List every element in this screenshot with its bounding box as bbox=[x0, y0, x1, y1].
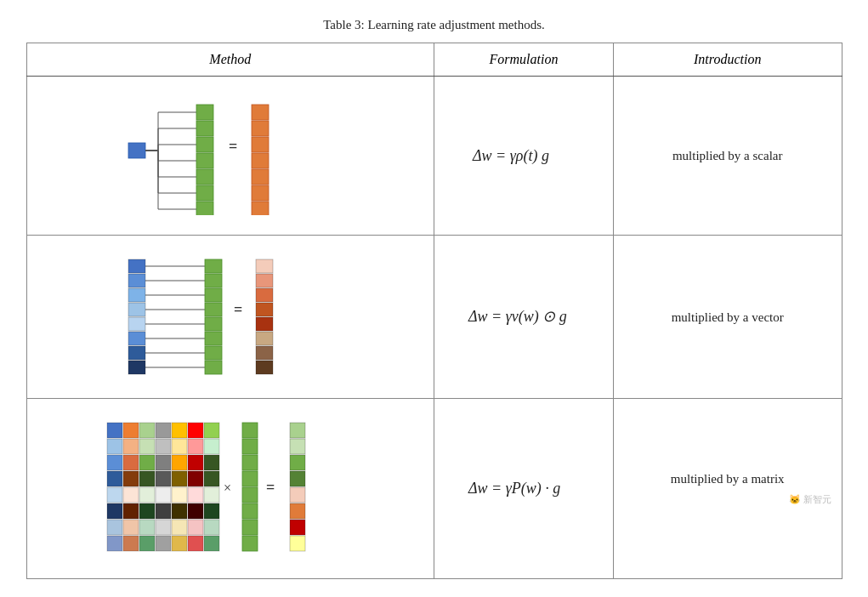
intro-text-3: multiplied by a matrix bbox=[671, 472, 785, 486]
table-row: Δw = γv(w) ⊙ g multiplied by a vector bbox=[26, 236, 842, 399]
formula-text-3: Δw = γP(w) · g bbox=[445, 469, 603, 508]
method-cell-3 bbox=[26, 399, 434, 579]
intro-text-1: multiplied by a scalar bbox=[672, 149, 783, 162]
svg-text:Δw = γv(w) ⊙ g: Δw = γv(w) ⊙ g bbox=[468, 308, 567, 326]
svg-text:Δw = γρ(t) g: Δw = γρ(t) g bbox=[472, 147, 549, 165]
intro-header: Introduction bbox=[613, 43, 842, 77]
table-row: Δw = γρ(t) g multiplied by a scalar bbox=[26, 77, 842, 236]
formula-svg-2: Δw = γv(w) ⊙ g bbox=[464, 298, 583, 332]
header-row: Method Formulation Introduction bbox=[26, 43, 842, 77]
single-blue-block bbox=[111, 96, 349, 215]
formula-cell-1: Δw = γρ(t) g bbox=[434, 77, 614, 236]
watermark-icon: 🐱 bbox=[789, 494, 801, 504]
method-cell-2 bbox=[26, 236, 434, 399]
formula-svg-3: Δw = γP(w) · g bbox=[464, 469, 583, 503]
intro-text-2: multiplied by a vector bbox=[672, 310, 784, 324]
intro-cell-2: multiplied by a vector bbox=[613, 236, 842, 399]
intro-cell-3: multiplied by a matrix 🐱 新智元 bbox=[613, 399, 842, 579]
page-container: Table 3: Learning rate adjustment method… bbox=[26, 18, 842, 579]
formula-cell-2: Δw = γv(w) ⊙ g bbox=[434, 236, 614, 399]
formula-text-2: Δw = γv(w) ⊙ g bbox=[445, 298, 603, 336]
table-title: Table 3: Learning rate adjustment method… bbox=[26, 18, 842, 32]
formula-text-1: Δw = γρ(t) g bbox=[445, 137, 603, 175]
row2-diagram bbox=[37, 242, 424, 391]
intro-cell-1: multiplied by a scalar bbox=[613, 77, 842, 236]
row3-diagram bbox=[37, 406, 424, 571]
watermark: 🐱 新智元 bbox=[624, 493, 831, 506]
svg-text:Δw = γP(w) · g: Δw = γP(w) · g bbox=[468, 480, 560, 498]
watermark-text: 新智元 bbox=[803, 494, 831, 504]
formula-svg-1: Δw = γρ(t) g bbox=[468, 137, 579, 171]
main-table: Method Formulation Introduction bbox=[26, 43, 842, 579]
method-cell-1 bbox=[26, 77, 434, 236]
formula-header: Formulation bbox=[434, 43, 614, 77]
row1-diagram bbox=[37, 83, 424, 228]
method-header: Method bbox=[26, 43, 434, 77]
table-row: Δw = γP(w) · g multiplied by a matrix 🐱 … bbox=[26, 399, 842, 579]
formula-cell-3: Δw = γP(w) · g bbox=[434, 399, 614, 579]
